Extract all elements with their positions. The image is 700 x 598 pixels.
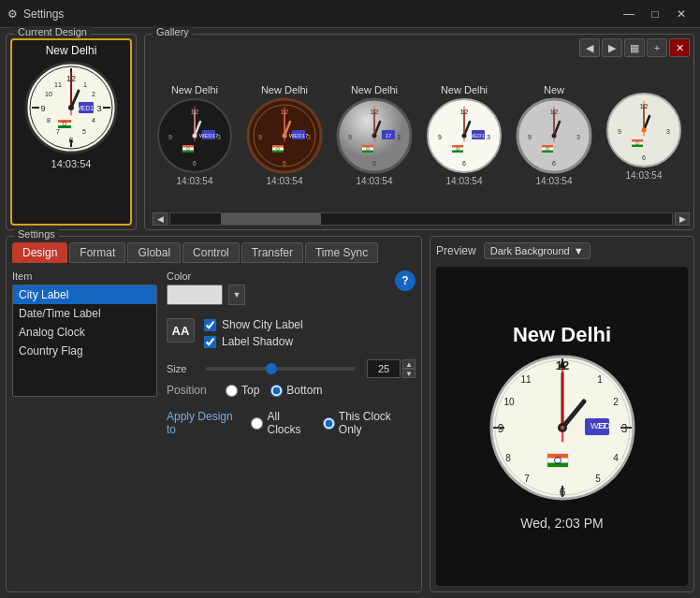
gallery-clock-svg-2: 12 3 6 9 WED17 [246,97,323,174]
title-bar-left: ⚙ Settings [7,7,64,21]
svg-text:7: 7 [56,128,60,135]
color-label: Color [167,270,245,282]
apply-all-radio[interactable] [251,417,263,430]
top-row: Current Design New Delhi 12 3 6 9 [6,34,694,230]
position-bottom-option[interactable]: Bottom [270,384,322,397]
color-swatch[interactable] [167,284,223,305]
background-dropdown[interactable]: Dark Background ▼ [484,242,591,259]
size-slider-thumb[interactable] [266,363,277,374]
tab-design[interactable]: Design [12,242,67,263]
help-button[interactable]: ? [395,270,416,291]
gallery-save-button[interactable]: ▦ [624,38,645,57]
close-window-button[interactable]: ✕ [670,6,693,22]
current-design-label: Current Design [14,26,91,37]
size-up-button[interactable]: ▲ [402,359,416,369]
svg-rect-96 [542,150,553,153]
svg-text:17: 17 [386,133,392,139]
tab-format[interactable]: Format [69,242,125,263]
item-list-section: Item City Label Date/Time Label Analog C… [12,270,157,586]
svg-rect-53 [272,150,284,153]
scroll-left-arrow[interactable]: ◀ [153,212,168,226]
position-top-option[interactable]: Top [226,384,259,397]
gallery-item-2[interactable]: New Delhi 12 3 6 9 WED17 [242,84,327,186]
tab-global[interactable]: Global [127,242,181,263]
svg-text:6: 6 [283,160,286,167]
svg-point-145 [561,426,564,430]
gallery-clock-svg-6: 12 3 6 9 [605,92,682,168]
gallery-forward-button[interactable]: ▶ [602,38,622,57]
color-row: ▼ [167,284,245,305]
gallery-time-3: 14:03:54 [357,176,393,186]
svg-rect-36 [182,145,194,148]
gallery-back-button[interactable]: ◀ [579,38,600,57]
label-shadow-checkbox[interactable] [204,336,216,348]
preview-time-text: Wed, 2:03 PM [520,516,603,531]
item-list[interactable]: City Label Date/Time Label Analog Clock … [12,284,157,397]
tab-control[interactable]: Control [182,242,240,263]
bottom-row: Settings Design Format Global Control Tr… [6,236,694,592]
color-dropdown-button[interactable]: ▼ [228,284,245,305]
show-city-label-checkbox[interactable] [204,319,216,331]
gallery-item-5[interactable]: New 12 3 6 9 [512,84,596,186]
maximize-button[interactable]: □ [644,6,666,22]
item-country-flag[interactable]: Country Flag [13,342,156,360]
svg-rect-109 [632,144,643,147]
current-design-panel: Current Design New Delhi 12 3 6 9 [6,34,137,230]
label-shadow-text: Label Shadow [222,335,293,348]
svg-rect-52 [272,145,284,148]
font-button[interactable]: AA [167,318,195,343]
apply-design-label: Apply Design to [167,410,243,436]
svg-text:9: 9 [528,134,532,140]
gallery-item-1[interactable]: New Delhi 12 3 6 9 WED17 [153,84,237,186]
gallery-item-3[interactable]: New Delhi 12 3 6 9 [332,84,416,186]
svg-point-27 [68,105,74,110]
gallery-item-6[interactable]: 12 3 6 9 14:03:54 [602,90,686,181]
current-time: 14:03:54 [51,158,92,169]
tab-timesync[interactable]: Time Sync [305,242,378,263]
gallery-name-4: New Delhi [441,84,488,95]
size-down-button[interactable]: ▼ [402,369,416,378]
svg-text:9: 9 [438,134,442,140]
position-bottom-radio[interactable] [270,385,283,397]
svg-rect-83 [452,150,463,153]
item-city-label[interactable]: City Label [13,285,156,304]
apply-this-radio[interactable] [323,417,335,430]
item-datetime-label[interactable]: Date/Time Label [13,304,156,323]
apply-this-clock-option[interactable]: This Clock Only [323,410,416,436]
gallery-close-button[interactable]: ✕ [669,38,690,57]
window-title: Settings [23,7,64,21]
size-input-group: ▲ ▼ [367,359,416,378]
current-clock-svg: 12 3 6 9 1 2 4 5 7 8 10 11 WED17 [24,61,118,154]
position-row: Position Top Bottom [167,384,416,397]
gallery-name-2: New Delhi [261,84,308,95]
svg-rect-67 [362,145,373,148]
item-analog-clock[interactable]: Analog Clock [13,323,156,342]
gallery-time-2: 14:03:54 [267,176,303,186]
gallery-item-4[interactable]: New Delhi 12 3 6 9 WED17 [422,84,506,186]
svg-point-101 [552,133,557,138]
scroll-thumb [221,213,321,225]
scroll-track[interactable] [169,212,673,226]
apply-this-label: This Clock Only [339,410,416,436]
bg-dropdown-arrow: ▼ [574,245,584,256]
scroll-right-arrow[interactable]: ▶ [675,212,690,226]
preview-title: Preview [436,244,476,257]
apply-design-row: Apply Design to All Clocks This Clock On… [167,402,416,436]
size-input[interactable] [367,359,401,378]
svg-text:1: 1 [83,81,87,88]
gallery-add-button[interactable]: + [647,38,667,57]
apply-all-clocks-option[interactable]: All Clocks [251,410,314,436]
settings-tabs: Design Format Global Control Transfer Ti… [12,242,416,263]
gallery-name-5: New [544,84,564,95]
svg-text:6: 6 [642,154,646,161]
minimize-button[interactable]: — [618,6,640,22]
svg-text:WED17: WED17 [75,105,97,111]
svg-text:WED17: WED17 [199,133,219,139]
size-slider[interactable] [206,367,356,371]
svg-text:11: 11 [54,81,62,88]
position-top-radio[interactable] [226,385,238,397]
position-bottom-label: Bottom [286,384,322,397]
tab-transfer[interactable]: Transfer [241,242,303,263]
preview-city-name: New Delhi [513,323,611,347]
gallery-time-6: 14:03:54 [626,170,663,181]
